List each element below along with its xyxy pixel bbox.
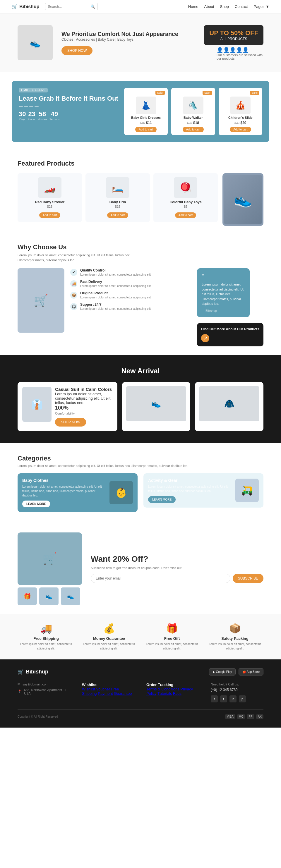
why-subtitle: Lorem ipsum dolor sit amet, consectetur …	[18, 253, 135, 262]
nav-about[interactable]: About	[204, 4, 214, 9]
footer-guarantee[interactable]: Guarantee	[114, 691, 132, 696]
hero-badge: UP TO 50% OFF ALL PRODUCTS	[204, 25, 263, 45]
add-cart-2[interactable]: Add to cart	[182, 127, 204, 132]
trust-desc-2: Lorem ipsum dolor sit amet, consectetur …	[81, 642, 138, 651]
trust-title-3: Free Gift	[143, 636, 200, 641]
arrival-main-img: 👔	[22, 387, 52, 422]
countdown-hours: 23 Hours	[28, 110, 35, 121]
logo[interactable]: 🛒 Bibishup	[12, 4, 39, 9]
arrival-cta[interactable]: SHOP NOW	[55, 418, 86, 427]
sale-badge-2: Sale!	[202, 91, 212, 95]
add-cart-1[interactable]: Add to cart	[135, 127, 156, 132]
footer-stores: ▶ Google Play 🍎 App Store	[209, 668, 263, 676]
fp-cart-1[interactable]: Add to cart	[39, 212, 60, 218]
discount-desc: Subscribe now to get free discount coupo…	[91, 566, 263, 569]
add-cart-3[interactable]: Add to cart	[230, 127, 251, 132]
cat-left-cta[interactable]: LEARN MORE	[22, 501, 50, 507]
discount-images: 🛒 🎁 👟 👟	[18, 532, 82, 605]
footer-top: 🛒 Bibishup ▶ Google Play 🍎 App Store	[18, 668, 263, 676]
footer-logo: 🛒 Bibishup	[18, 669, 48, 675]
categories-section: Categories Lorem ipsum dolor sit amet, c…	[0, 443, 281, 524]
footer-voucher[interactable]: Voucher	[96, 687, 110, 691]
nav-home[interactable]: Home	[188, 4, 198, 9]
trust-desc-4: Lorem ipsum dolor sit amet, consectetur …	[206, 642, 263, 651]
footer-call-col: Need help? Call us: (+0) 12 345 6789 f t…	[211, 683, 263, 703]
navbar: 🛒 Bibishup 🔍 Home About Shop Contact Pag…	[0, 0, 281, 13]
fp-cart-2[interactable]: Add to cart	[107, 212, 128, 218]
limited-products: Sale! 👗 Baby Girls Dresses $15 $11 Add t…	[124, 88, 262, 135]
nav-links: Home About Shop Contact Pages ▼	[188, 4, 269, 9]
product-name-2: Baby Walker	[184, 116, 203, 119]
amex-icon: AX	[256, 714, 263, 719]
discount-small-imgs: 🎁 👟 👟	[18, 587, 82, 605]
twitter-icon[interactable]: t	[220, 695, 227, 703]
cat-activity-gear: Activity & Gear Lorem ipsum dolor sit am…	[143, 473, 263, 507]
arrival-img-2: 👟	[126, 386, 187, 421]
limited-badge: LIMITED OFFERS	[19, 88, 48, 92]
why-item-3: 📦 Original Product Lorem ipsum dolor sit…	[70, 291, 191, 299]
cat-right-cta[interactable]: LEARN MORE	[148, 496, 176, 503]
hero-image: 👟	[18, 25, 53, 60]
footer-payment[interactable]: Payment	[98, 691, 113, 696]
why-item-4: 🎧 Support 24/7 Lorem ipsum dolor sit ame…	[70, 303, 191, 310]
countdown-minutes: 58 Minutes	[38, 110, 47, 121]
find-more-button[interactable]: ↗	[201, 334, 209, 342]
instagram-icon[interactable]: in	[229, 695, 236, 703]
app-store-button[interactable]: 🍎 App Store	[238, 668, 263, 676]
limited-title: Lease Grab It Before It Runs Out	[19, 95, 118, 102]
fp-cart-3[interactable]: Add to cart	[175, 212, 196, 218]
footer-info-title: Order Tracking	[146, 683, 199, 687]
hero-avatars: 👤👤👤👤👤	[217, 47, 263, 53]
search-input[interactable]	[48, 5, 89, 9]
cat-right-img: 🛺	[235, 478, 259, 502]
facebook-icon[interactable]: f	[211, 695, 218, 703]
fp-price-1: $23	[47, 205, 52, 208]
fp-price-2: $15	[115, 205, 120, 208]
pinterest-icon[interactable]: p	[239, 695, 246, 703]
arrival-comfort: 100%	[55, 405, 113, 411]
hero-subtext: Clothes | Accessories | Baby Care | Baby…	[61, 37, 178, 41]
original-icon: 📦	[70, 292, 77, 299]
google-play-button[interactable]: ▶ Google Play	[209, 668, 236, 676]
fp-title-3: Colorful Baby Toys	[169, 200, 201, 204]
featured-product-3: 🪀 Colorful Baby Toys $5 Add to cart	[153, 173, 218, 222]
fp-price-3: $5	[184, 205, 187, 208]
footer-tutorials[interactable]: Tutorials	[158, 691, 172, 696]
nav-pages[interactable]: Pages ▼	[254, 4, 269, 9]
fp-img-1: 🏎️	[38, 177, 61, 198]
delivery-icon: 🚚	[70, 280, 77, 287]
product-img-2: 🛝	[183, 97, 203, 114]
hero-cta-button[interactable]: SHOP NOW	[61, 46, 92, 55]
discount-small-3: 👟	[61, 587, 80, 605]
trust-desc-3: Lorem ipsum dolor sit amet, consectetur …	[143, 642, 200, 651]
why-grid: 🛒 ✔ Quality Control Lorem ipsum dolor si…	[18, 268, 263, 346]
limited-product-3: Sale! 🎪 Children's Slide $30 $20 Add to …	[219, 88, 262, 135]
arrival-comfort-label: Comfortability	[55, 412, 75, 415]
limited-product-1: Sale! 👗 Baby Girls Dresses $15 $11 Add t…	[124, 88, 168, 135]
limited-left: LIMITED OFFERS Lease Grab It Before It R…	[19, 88, 118, 135]
footer-terms[interactable]: Terms & Conditions	[146, 687, 179, 691]
product-name-1: Baby Girls Dresses	[131, 116, 161, 119]
email-input[interactable]	[91, 574, 230, 583]
fp-title-1: Red Baby Stroller	[35, 200, 65, 204]
subscribe-button[interactable]: SUBSCRIBE	[233, 574, 263, 583]
nav-contact[interactable]: Contact	[235, 4, 248, 9]
price-old-2: $25	[187, 121, 192, 125]
footer-logo-icon: 🛒	[18, 669, 24, 675]
why-image: 🛒	[18, 268, 64, 333]
mastercard-icon: MC	[237, 714, 245, 719]
free-gift-icon: 🎁	[143, 623, 200, 634]
search-bar[interactable]: 🔍	[45, 3, 98, 10]
payment-icons: VISA MC PP AX	[225, 714, 263, 719]
sale-badge-3: Sale!	[250, 91, 260, 95]
discount-small-2: 👟	[39, 587, 59, 605]
discount-title: Want 20% Off?	[91, 554, 263, 564]
product-img-1: 👗	[136, 97, 156, 114]
footer-faqs[interactable]: Faqs	[173, 691, 181, 696]
quote-text: Lorem ipsum dolor sit amet, consectetur …	[202, 282, 245, 306]
trust-title-2: Money Guarantee	[81, 636, 138, 641]
featured-products: 🏎️ Red Baby Stroller $23 Add to cart 🛏️ …	[18, 173, 218, 222]
hero-section: 👟 We Prioritize Comfort Not Just Appeara…	[0, 13, 281, 72]
footer-wishlist[interactable]: Wishlist	[82, 687, 95, 691]
nav-shop[interactable]: Shop	[220, 4, 229, 9]
